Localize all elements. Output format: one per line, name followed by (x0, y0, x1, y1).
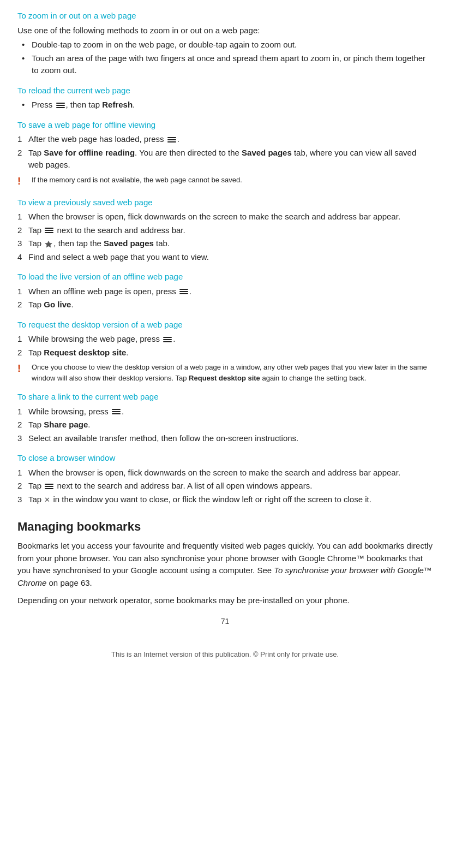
menu-icon (167, 136, 176, 144)
reload-steps: Press , then tap Refresh. (22, 99, 433, 111)
close-window-section: To close a browser window 1 When the bro… (17, 452, 433, 506)
share-section: To share a link to the current web page … (17, 391, 433, 444)
list-item: 2 Tap Save for offline reading. You are … (17, 147, 433, 171)
list-item: 2 Tap Request desktop site. (17, 347, 433, 359)
list-item: 3 Tap ✕ in the window you want to close,… (17, 494, 433, 506)
list-item: 2 Tap next to the search and address bar… (17, 480, 433, 492)
save-offline-title: To save a web page for offline viewing (17, 119, 433, 132)
list-item: 1 After the web page has loaded, press . (17, 133, 433, 146)
list-item: 2 Tap Go live. (17, 299, 433, 311)
list-item: 1 When an offline web page is open, pres… (17, 286, 433, 298)
list-item: Press , then tap Refresh. (22, 99, 433, 111)
desktop-title: To request the desktop version of a web … (17, 319, 433, 331)
warning-icon: ! (17, 361, 27, 376)
note-text: If the memory card is not available, the… (32, 175, 242, 186)
desktop-steps: 1 While browsing the web page, press . 2… (17, 333, 433, 359)
list-item: 1 When the browser is open, flick downwa… (17, 211, 433, 223)
menu-icon (179, 288, 188, 295)
list-item: 1 When the browser is open, flick downwa… (17, 467, 433, 479)
share-title: To share a link to the current web page (17, 391, 433, 403)
menu-icon (112, 408, 121, 415)
list-item: 2 Tap next to the search and address bar… (17, 224, 433, 237)
page-number: 71 (17, 616, 433, 627)
note-box: ! If the memory card is not available, t… (17, 175, 433, 189)
menu-icon (56, 102, 65, 109)
save-offline-section: To save a web page for offline viewing 1… (17, 119, 433, 189)
list-item: 1 While browsing, press . (17, 406, 433, 418)
note-text: Once you choose to view the desktop vers… (32, 362, 433, 383)
load-live-section: To load the live version of an offline w… (17, 271, 433, 311)
menu-icon (45, 483, 53, 490)
menu-icon (163, 336, 172, 343)
reload-section: To reload the current web page Press , t… (17, 85, 433, 111)
list-item: 1 While browsing the web page, press . (17, 333, 433, 346)
desktop-section: To request the desktop version of a web … (17, 319, 433, 384)
menu-icon (45, 227, 53, 234)
load-live-title: To load the live version of an offline w… (17, 271, 433, 283)
list-item: 4 Find and select a web page that you wa… (17, 251, 433, 264)
view-saved-section: To view a previously saved web page 1 Wh… (17, 197, 433, 264)
managing-section: Managing bookmarks Bookmarks let you acc… (17, 518, 433, 607)
close-window-steps: 1 When the browser is open, flick downwa… (17, 467, 433, 506)
close-window-title: To close a browser window (17, 452, 433, 465)
managing-heading: Managing bookmarks (17, 518, 433, 536)
managing-para1: Bookmarks let you access your favourite … (17, 540, 433, 589)
star-icon (45, 240, 52, 248)
list-item: 3 Select an available transfer method, t… (17, 432, 433, 445)
footer-disclaimer: This is an Internet version of this publ… (17, 649, 433, 660)
zoom-title: To zoom in or out on a web page (17, 10, 433, 22)
reload-title: To reload the current web page (17, 85, 433, 97)
list-item: Touch an area of the page with two finge… (22, 52, 433, 77)
list-item: 2 Tap Share page. (17, 419, 433, 431)
view-saved-title: To view a previously saved web page (17, 197, 433, 209)
zoom-intro: Use one of the following methods to zoom… (17, 25, 433, 37)
zoom-bullets: Double-tap to zoom in on the web page, o… (22, 39, 433, 77)
note-box: ! Once you choose to view the desktop ve… (17, 362, 433, 383)
save-offline-steps: 1 After the web page has loaded, press .… (17, 133, 433, 171)
list-item: 3 Tap , then tap the Saved pages tab. (17, 237, 433, 250)
managing-para2: Depending on your network operator, some… (17, 594, 433, 607)
zoom-section: To zoom in or out on a web page Use one … (17, 10, 433, 77)
load-live-steps: 1 When an offline web page is open, pres… (17, 286, 433, 311)
list-item: Double-tap to zoom in on the web page, o… (22, 39, 433, 51)
svg-marker-0 (45, 241, 52, 247)
close-icon: ✕ (44, 495, 50, 506)
view-saved-steps: 1 When the browser is open, flick downwa… (17, 211, 433, 263)
warning-icon: ! (17, 174, 27, 189)
share-steps: 1 While browsing, press . 2 Tap Share pa… (17, 406, 433, 445)
